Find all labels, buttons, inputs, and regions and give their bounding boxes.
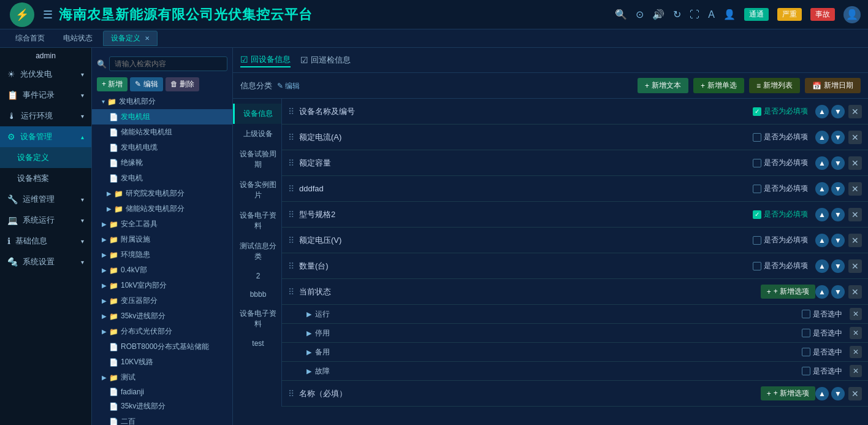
add-select-button[interactable]: + 新增单选 [693,78,744,93]
move-down-button[interactable]: ▼ [831,105,845,118]
tree-node-distributed-pv[interactable]: ▶ 📁 分布式光伏部分 [92,324,232,339]
drag-handle-icon[interactable]: ⠿ [288,261,294,271]
move-up-button[interactable]: ▲ [815,234,829,247]
move-down-button[interactable]: ▼ [831,131,845,144]
move-up-button[interactable]: ▲ [815,131,829,144]
delete-field-button[interactable]: ✕ [848,182,862,196]
add-text-button[interactable]: + 新增文本 [638,78,688,93]
move-down-button[interactable]: ▼ [831,182,845,196]
search-icon[interactable]: 🔍 [615,9,627,20]
move-down-button[interactable]: ▼ [831,234,845,247]
move-down-button[interactable]: ▼ [831,208,845,221]
delete-field-button[interactable]: ✕ [848,285,862,299]
edit-button[interactable]: ✎ 编辑 [130,77,162,91]
delete-option-button[interactable]: ✕ [850,327,862,339]
add-option-button[interactable]: + + 新增选项 [761,285,815,299]
field-required-toggle[interactable]: 是否为必填项 [753,132,808,142]
delete-field-button[interactable]: ✕ [848,105,862,118]
delete-field-button[interactable]: ✕ [848,259,862,273]
tree-node-10kv-line[interactable]: 📄 10KV线路 [92,354,232,370]
tree-node-safety-tools[interactable]: ▶ 📁 安全工器具 [92,216,232,232]
tree-node-insulation[interactable]: 📄 绝缘靴 [92,155,232,170]
drag-handle-icon[interactable]: ⠿ [288,210,294,220]
sidebar-item-device-mgmt[interactable]: ⚙ 设备管理 ▴ [0,126,91,147]
sidebar-item-events[interactable]: 📋 事件记录 ▾ [0,85,91,105]
field-required-toggle[interactable]: 是否为必填项 [753,261,808,271]
move-up-button[interactable]: ▲ [815,105,829,118]
move-up-button[interactable]: ▲ [815,259,829,273]
sidebar-item-device-archive[interactable]: 设备档案 [0,168,91,189]
person-icon[interactable]: 👤 [723,9,736,20]
tree-node-env-hazard[interactable]: ▶ 📁 环境隐患 [92,247,232,262]
tree-node-gen-cable[interactable]: 📄 发电机电缆 [92,140,232,155]
field-required-toggle[interactable]: ✓ 是否为必填项 [753,209,808,220]
sidebar-item-sysconfig[interactable]: 🔩 系统设置 ▾ [0,251,91,272]
move-down-button[interactable]: ▼ [831,387,845,400]
add-option-button[interactable]: + + 新增选项 [761,386,815,400]
tab-device-info[interactable]: ☑ 回设备信息 [240,53,291,67]
tree-node-10kv-indoor[interactable]: ▶ 📁 10kV室内部分 [92,278,232,293]
tree-node-accessories[interactable]: ▶ 📁 附属设施 [92,232,232,247]
tab-close-icon[interactable]: ✕ [145,35,150,42]
delete-field-button[interactable]: ✕ [848,131,862,144]
sub-tab-test[interactable]: test [233,334,281,353]
refresh-icon[interactable]: ↻ [673,9,681,20]
font-icon[interactable]: A [708,9,715,20]
drag-handle-icon[interactable]: ⠿ [288,107,294,117]
tab-device-definition[interactable]: 设备定义 ✕ [103,31,158,46]
tree-node-storage-station-gen[interactable]: ▶ 📁 储能站发电机部分 [92,201,232,216]
tab-inspection-info[interactable]: ☑ 回巡检信息 [300,53,351,67]
info-class-edit-button[interactable]: ✎ 编辑 [277,82,300,90]
tree-node-35kv-inline2[interactable]: 📄 35kv进线部分 [92,399,232,414]
option-required-toggle[interactable]: 是否选中 [802,366,842,377]
sub-tab-device-docs[interactable]: 设备电子资料 [233,205,281,236]
sub-tab-device-info[interactable]: 设备信息 [233,104,281,124]
tree-node-storage-gen[interactable]: 📄 储能站发电机组 [92,124,232,140]
drag-handle-icon[interactable]: ⠿ [288,184,294,194]
sidebar-item-device-def[interactable]: 设备定义 [0,147,91,168]
user-avatar[interactable]: 👤 [843,6,861,23]
delete-button[interactable]: 🗑 删除 [166,77,199,91]
tree-node-research-gen[interactable]: ▶ 📁 研究院发电机部分 [92,186,232,201]
tree-node-04kv[interactable]: ▶ 📁 0.4kV部 [92,262,232,278]
add-list-button[interactable]: ≡ 新增列表 [749,78,800,93]
sub-tab-device-image[interactable]: 设备实例图片 [233,175,281,205]
delete-option-button[interactable]: ✕ [850,346,862,358]
move-down-button[interactable]: ▼ [831,285,845,299]
move-down-button[interactable]: ▼ [831,259,845,273]
sidebar-item-sysrun[interactable]: 💻 系统运行 ▾ [0,210,91,231]
tab-home[interactable]: 综合首页 [7,31,53,46]
field-required-toggle[interactable]: 是否为必填项 [753,235,808,245]
add-button[interactable]: + 新增 [97,77,128,91]
sidebar-item-solar[interactable]: ☀ 光伏发电 ▾ [0,64,91,85]
sidebar-item-maintenance[interactable]: 🔧 运维管理 ▾ [0,189,91,210]
fullscreen-icon[interactable]: ⛶ [690,9,699,20]
tree-node-test[interactable]: ▶ 📁 测试 [92,370,232,385]
delete-field-button[interactable]: ✕ [848,387,862,400]
sidebar-item-environment[interactable]: 🌡 运行环境 ▾ [0,105,91,126]
sub-tab-2[interactable]: 2 [233,267,281,285]
field-required-toggle[interactable]: ✓ 是否为必填项 [753,106,808,117]
search-input[interactable] [109,56,227,71]
option-required-toggle[interactable]: 是否选中 [802,309,842,320]
delete-field-button[interactable]: ✕ [848,234,862,247]
sub-tab-test-info[interactable]: 测试信息分类 [233,236,281,267]
drag-handle-icon[interactable]: ⠿ [288,235,294,245]
drag-handle-icon[interactable]: ⠿ [288,287,294,297]
tree-node-erbai[interactable]: 📄 二百 [92,414,232,425]
drag-handle-icon[interactable]: ⠿ [288,158,294,168]
delete-field-button[interactable]: ✕ [848,156,862,170]
tree-node-transformer[interactable]: ▶ 📁 变压器部分 [92,293,232,308]
move-up-button[interactable]: ▲ [815,387,829,400]
field-required-toggle[interactable]: 是否为必填项 [753,183,808,194]
sidebar-item-baseinfo[interactable]: ℹ 基础信息 ▾ [0,231,91,251]
tab-station-status[interactable]: 电站状态 [55,31,101,46]
drag-handle-icon[interactable]: ⠿ [288,389,294,399]
field-required-toggle[interactable]: 是否为必填项 [753,158,808,168]
move-up-button[interactable]: ▲ [815,156,829,170]
tree-node-generator[interactable]: 📄 发电机 [92,170,232,186]
sub-tab-bbbb[interactable]: bbbb [233,285,281,304]
option-required-toggle[interactable]: 是否选中 [802,328,842,339]
tree-node-35kv-inline[interactable]: ▶ 📁 35kv进线部分 [92,308,232,324]
drag-handle-icon[interactable]: ⠿ [288,132,294,142]
